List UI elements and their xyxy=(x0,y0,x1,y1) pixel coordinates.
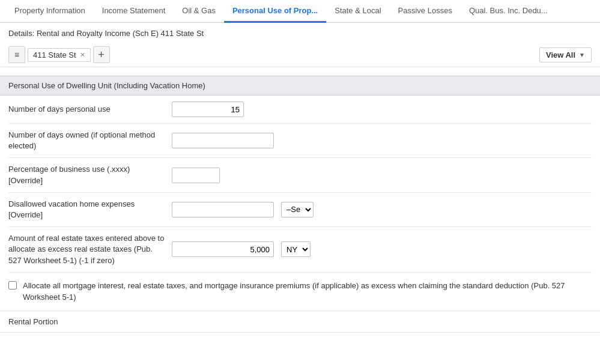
add-property-tab-button[interactable]: + xyxy=(93,46,110,63)
tab-property-information[interactable]: Property Information xyxy=(6,0,94,23)
section-header: Personal Use of Dwelling Unit (Including… xyxy=(0,76,600,96)
tab-personal-use[interactable]: Personal Use of Prop... xyxy=(224,0,326,23)
checkbox-row-allocate-mortgage: Allocate all mortgage interest, real est… xyxy=(0,273,600,311)
checkbox-label-allocate-mortgage: Allocate all mortgage interest, real est… xyxy=(23,280,592,303)
select-real-estate-state[interactable]: NY CA TX FL xyxy=(281,241,311,257)
rental-section-title: Rental Portion xyxy=(0,311,600,333)
tab-oil-gas[interactable]: Oil & Gas xyxy=(174,0,224,23)
detail-title: Details: Rental and Royalty Income (Sch … xyxy=(0,23,600,43)
input-days-owned[interactable] xyxy=(172,133,274,148)
label-real-estate-taxes: Amount of real estate taxes entered abov… xyxy=(8,233,165,266)
tab-qual-bus[interactable]: Qual. Bus. Inc. Dedu... xyxy=(461,0,556,23)
tab-state-local[interactable]: State & Local xyxy=(326,0,389,23)
view-all-button[interactable]: View All ▼ xyxy=(539,47,592,62)
form-row-pct-business-use: Percentage of business use (.xxxx) [Over… xyxy=(8,158,592,192)
label-days-owned: Number of days owned (if optional method… xyxy=(8,130,165,151)
checkbox-allocate-mortgage[interactable] xyxy=(8,281,17,290)
form-row-days-personal-use: Number of days personal use xyxy=(8,96,592,124)
label-pct-business-use: Percentage of business use (.xxxx) [Over… xyxy=(8,164,165,186)
reorder-icon[interactable]: ≡ xyxy=(8,46,25,63)
close-tab-icon[interactable]: ✕ xyxy=(80,51,85,59)
form-row-disallowed-vacation: Disallowed vacation home expenses [Overr… xyxy=(8,193,592,227)
tabs-bar: Property InformationIncome StatementOil … xyxy=(0,0,600,23)
property-tab-411[interactable]: 411 State St ✕ xyxy=(28,48,91,62)
property-tab-label: 411 State St xyxy=(33,50,76,59)
input-pct-business-use[interactable] xyxy=(172,168,220,183)
input-days-personal-use[interactable] xyxy=(172,102,244,117)
input-disallowed-vacation[interactable] xyxy=(172,202,274,217)
label-days-personal-use: Number of days personal use xyxy=(8,104,165,115)
input-real-estate-taxes[interactable] xyxy=(172,241,274,257)
tab-passive-losses[interactable]: Passive Losses xyxy=(390,0,461,23)
chevron-down-icon: ▼ xyxy=(579,52,585,58)
form-row-days-owned: Number of days owned (if optional method… xyxy=(8,124,592,158)
label-disallowed-vacation: Disallowed vacation home expenses [Overr… xyxy=(8,199,165,220)
select-disallowed-vacation[interactable]: –Se Se1 Se2 xyxy=(281,202,314,217)
property-tabs-bar: ≡ 411 State St ✕ + View All ▼ xyxy=(0,43,600,67)
form-row-real-estate-taxes: Amount of real estate taxes entered abov… xyxy=(8,227,592,273)
form-area: Number of days personal use Number of da… xyxy=(0,96,600,273)
tab-income-statement[interactable]: Income Statement xyxy=(94,0,174,23)
